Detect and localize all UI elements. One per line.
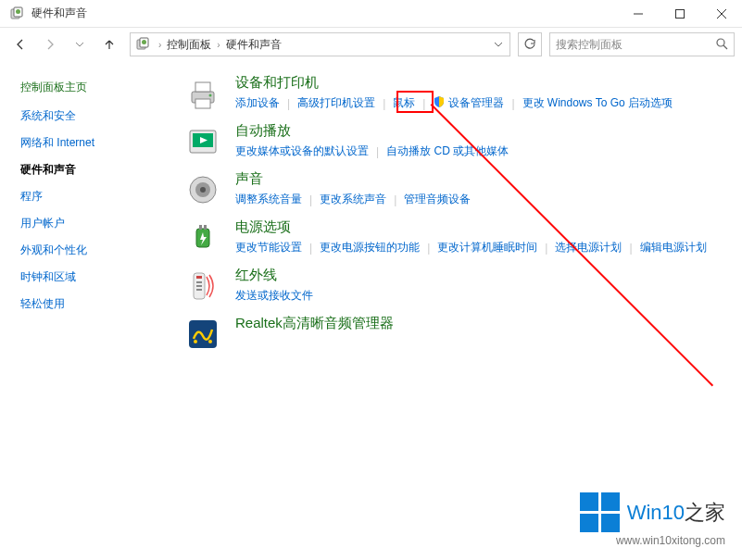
category-link[interactable]: 自动播放 CD 或其他媒体: [386, 143, 509, 159]
autoplay-icon: [183, 122, 222, 161]
up-button[interactable]: [96, 31, 122, 57]
infrared-icon: [183, 267, 222, 305]
category-link[interactable]: 选择电源计划: [555, 240, 622, 255]
category-link[interactable]: 调整系统音量: [235, 192, 302, 207]
category-link[interactable]: 管理音频设备: [404, 192, 471, 207]
category-links: 更改节能设置|更改电源按钮的功能|更改计算机睡眠时间|选择电源计划|编辑电源计划: [235, 240, 733, 255]
breadcrumb-root[interactable]: 控制面板: [163, 37, 215, 53]
sidebar-item[interactable]: 时钟和区域: [20, 269, 176, 285]
navbar: › 控制面板 › 硬件和声音: [0, 28, 742, 61]
address-bar[interactable]: › 控制面板 › 硬件和声音: [130, 32, 510, 56]
category-title[interactable]: Realtek高清晰音频管理器: [235, 315, 733, 332]
link-label: 管理音频设备: [404, 193, 471, 205]
category-link[interactable]: 设备管理器: [433, 95, 504, 111]
link-label: 高级打印机设置: [297, 96, 375, 109]
category-block: 声音调整系统音量|更改系统声音|管理音频设备: [183, 170, 733, 209]
category-title[interactable]: 红外线: [235, 267, 733, 284]
back-button[interactable]: [7, 31, 33, 57]
svg-rect-27: [196, 285, 202, 287]
category-title[interactable]: 电源选项: [235, 218, 733, 236]
category-block: Realtek高清晰音频管理器: [183, 315, 733, 354]
category-link[interactable]: 更改 Windows To Go 启动选项: [522, 95, 673, 111]
sidebar-item[interactable]: 网络和 Internet: [20, 135, 176, 151]
svg-point-15: [209, 94, 212, 97]
category-link[interactable]: 发送或接收文件: [235, 288, 313, 304]
link-label: 发送或接收文件: [235, 289, 313, 302]
category-block: 电源选项更改节能设置|更改电源按钮的功能|更改计算机睡眠时间|选择电源计划|编辑…: [183, 218, 733, 257]
minimize-button[interactable]: [617, 0, 659, 28]
main-content: 设备和打印机添加设备|高级打印机设置|鼠标|设备管理器|更改 Windows T…: [176, 61, 742, 560]
link-label: 更改媒体或设备的默认设置: [235, 144, 369, 157]
category-title[interactable]: 自动播放: [235, 122, 733, 140]
category-links: 更改媒体或设备的默认设置|自动播放 CD 或其他媒体: [235, 143, 733, 159]
svg-rect-25: [196, 276, 202, 279]
category-block: 自动播放更改媒体或设备的默认设置|自动播放 CD 或其他媒体: [183, 122, 733, 161]
svg-rect-28: [196, 289, 202, 291]
sidebar-item[interactable]: 程序: [20, 189, 176, 205]
link-separator: |: [383, 97, 385, 110]
link-label: 更改计算机睡眠时间: [437, 241, 537, 254]
sound-icon: [183, 170, 222, 209]
svg-rect-23: [204, 225, 207, 230]
history-dropdown[interactable]: [67, 31, 93, 57]
category-link[interactable]: 更改系统声音: [320, 192, 386, 207]
category-link[interactable]: 鼠标: [393, 95, 415, 111]
category-title[interactable]: 声音: [235, 170, 733, 188]
category-link[interactable]: 添加设备: [235, 95, 280, 111]
maximize-button[interactable]: [659, 0, 700, 28]
category-links: 发送或接收文件: [235, 288, 733, 304]
close-button[interactable]: [700, 0, 742, 28]
link-label: 设备管理器: [448, 96, 504, 109]
link-separator: |: [427, 242, 430, 255]
category-title[interactable]: 设备和打印机: [235, 74, 733, 92]
category-link[interactable]: 更改计算机睡眠时间: [437, 240, 537, 255]
svg-point-10: [717, 39, 724, 46]
link-label: 编辑电源计划: [640, 241, 707, 254]
svg-line-11: [723, 45, 727, 49]
power-icon: [183, 218, 222, 257]
category-link[interactable]: 更改节能设置: [235, 240, 302, 255]
chevron-right-icon: ›: [157, 40, 163, 50]
refresh-button[interactable]: [518, 32, 542, 56]
sidebar-item[interactable]: 轻松使用: [20, 296, 176, 312]
link-separator: |: [394, 193, 396, 206]
window-title: 硬件和声音: [31, 6, 617, 21]
sidebar-item[interactable]: 外观和个性化: [20, 243, 176, 258]
forward-button[interactable]: [37, 31, 63, 57]
chevron-right-icon: ›: [215, 40, 221, 50]
link-label: 更改电源按钮的功能: [320, 241, 420, 254]
svg-rect-4: [675, 9, 684, 18]
category-link[interactable]: 编辑电源计划: [640, 240, 707, 255]
link-separator: |: [511, 97, 514, 110]
printer-icon: [183, 74, 222, 113]
sidebar-item[interactable]: 用户帐户: [20, 216, 176, 231]
category-block: 红外线发送或接收文件: [183, 267, 733, 305]
sidebar-heading[interactable]: 控制面板主页: [20, 80, 176, 95]
svg-rect-26: [196, 281, 202, 283]
sidebar-item[interactable]: 系统和安全: [20, 108, 176, 124]
breadcrumb-current[interactable]: 硬件和声音: [222, 37, 285, 53]
svg-point-2: [16, 9, 20, 14]
link-separator: |: [287, 97, 290, 110]
search-icon[interactable]: [715, 37, 728, 53]
link-separator: |: [545, 242, 547, 255]
address-icon: [134, 36, 151, 53]
svg-point-20: [200, 187, 206, 193]
category-link[interactable]: 高级打印机设置: [297, 95, 375, 111]
svg-point-9: [142, 40, 146, 44]
svg-point-31: [208, 340, 212, 343]
category-link[interactable]: 更改媒体或设备的默认设置: [235, 143, 369, 159]
search-input[interactable]: [556, 38, 715, 51]
link-separator: |: [629, 242, 632, 255]
link-label: 更改节能设置: [235, 241, 302, 254]
shield-icon: [433, 95, 446, 108]
address-dropdown[interactable]: [489, 34, 506, 55]
search-box[interactable]: [549, 32, 735, 56]
category-links: 添加设备|高级打印机设置|鼠标|设备管理器|更改 Windows To Go 启…: [235, 95, 733, 111]
category-links: 调整系统音量|更改系统声音|管理音频设备: [235, 192, 733, 207]
link-label: 自动播放 CD 或其他媒体: [386, 144, 509, 157]
link-separator: |: [309, 193, 312, 206]
category-link[interactable]: 更改电源按钮的功能: [320, 240, 420, 255]
sidebar-item[interactable]: 硬件和声音: [20, 162, 176, 178]
realtek-icon: [183, 315, 222, 354]
